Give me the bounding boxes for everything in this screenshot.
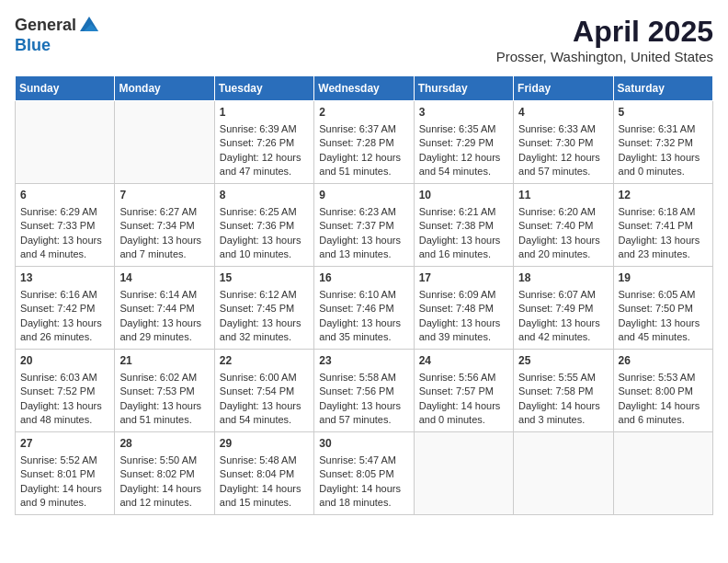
day-detail: Sunrise: 6:18 AM bbox=[619, 205, 708, 219]
calendar-cell-w5-d4: 30Sunrise: 5:47 AMSunset: 8:05 PMDayligh… bbox=[314, 432, 414, 515]
day-detail: Sunset: 8:01 PM bbox=[20, 467, 109, 481]
day-detail: Sunrise: 6:33 AM bbox=[518, 122, 608, 136]
day-detail: Daylight: 14 hours bbox=[518, 399, 608, 413]
day-detail: Daylight: 13 hours bbox=[220, 316, 309, 330]
col-header-sunday: Sunday bbox=[16, 76, 115, 101]
day-number: 7 bbox=[119, 188, 209, 203]
day-detail: and 13 minutes. bbox=[319, 247, 408, 261]
day-number: 28 bbox=[119, 436, 209, 452]
day-detail: Daylight: 13 hours bbox=[518, 234, 608, 247]
day-detail: Sunset: 7:52 PM bbox=[20, 385, 109, 398]
day-detail: Sunset: 7:53 PM bbox=[119, 385, 209, 398]
day-number: 21 bbox=[119, 353, 209, 369]
day-number: 25 bbox=[518, 353, 608, 369]
day-detail: Sunrise: 5:50 AM bbox=[119, 454, 209, 467]
calendar-cell-w2-d4: 9Sunrise: 6:23 AMSunset: 7:37 PMDaylight… bbox=[314, 184, 414, 267]
calendar-cell-w1-d6: 4Sunrise: 6:33 AMSunset: 7:30 PMDaylight… bbox=[514, 101, 613, 184]
day-detail: and 29 minutes. bbox=[119, 330, 209, 344]
logo: General Blue bbox=[15, 15, 100, 55]
col-header-wednesday: Wednesday bbox=[314, 76, 414, 101]
day-detail: Sunset: 7:49 PM bbox=[518, 302, 608, 316]
col-header-tuesday: Tuesday bbox=[214, 76, 313, 101]
day-detail: Sunrise: 6:14 AM bbox=[119, 288, 209, 302]
day-detail: Sunset: 7:46 PM bbox=[319, 302, 408, 316]
calendar-cell-w3-d6: 18Sunrise: 6:07 AMSunset: 7:49 PMDayligh… bbox=[514, 267, 613, 350]
day-detail: Daylight: 13 hours bbox=[20, 234, 109, 247]
day-number: 3 bbox=[419, 105, 508, 121]
calendar-cell-w4-d6: 25Sunrise: 5:55 AMSunset: 7:58 PMDayligh… bbox=[514, 350, 613, 432]
day-detail: Sunset: 7:26 PM bbox=[220, 136, 309, 150]
day-detail: Daylight: 12 hours bbox=[419, 151, 508, 165]
calendar-cell-w2-d1: 6Sunrise: 6:29 AMSunset: 7:33 PMDaylight… bbox=[16, 184, 115, 267]
day-number: 24 bbox=[419, 353, 508, 369]
day-detail: Sunrise: 6:25 AM bbox=[220, 205, 309, 219]
day-detail: and 15 minutes. bbox=[220, 496, 309, 510]
day-number: 13 bbox=[20, 270, 109, 286]
day-detail: Sunrise: 6:16 AM bbox=[20, 288, 109, 302]
day-number: 1 bbox=[220, 105, 309, 121]
day-detail: Sunset: 7:30 PM bbox=[518, 136, 608, 150]
day-detail: and 32 minutes. bbox=[220, 330, 309, 344]
day-number: 6 bbox=[20, 188, 109, 203]
day-detail: Sunrise: 6:35 AM bbox=[419, 122, 508, 136]
day-detail: Sunrise: 6:00 AM bbox=[220, 371, 309, 385]
day-detail: Sunset: 7:37 PM bbox=[319, 219, 408, 233]
day-detail: Sunrise: 6:09 AM bbox=[419, 288, 508, 302]
day-detail: Sunset: 7:57 PM bbox=[419, 385, 508, 398]
day-number: 29 bbox=[220, 436, 309, 452]
calendar-cell-w1-d2 bbox=[115, 101, 214, 184]
day-detail: Sunrise: 6:10 AM bbox=[319, 288, 408, 302]
day-detail: Daylight: 13 hours bbox=[220, 399, 309, 413]
calendar-cell-w3-d7: 19Sunrise: 6:05 AMSunset: 7:50 PMDayligh… bbox=[613, 267, 712, 350]
day-detail: Sunrise: 6:37 AM bbox=[319, 122, 408, 136]
day-detail: Daylight: 13 hours bbox=[319, 234, 408, 247]
day-detail: Sunset: 7:42 PM bbox=[20, 302, 109, 316]
calendar-cell-w2-d5: 10Sunrise: 6:21 AMSunset: 7:38 PMDayligh… bbox=[414, 184, 513, 267]
calendar-week-4: 20Sunrise: 6:03 AMSunset: 7:52 PMDayligh… bbox=[16, 350, 713, 432]
day-detail: and 4 minutes. bbox=[20, 247, 109, 261]
day-number: 27 bbox=[20, 436, 109, 452]
day-detail: and 12 minutes. bbox=[119, 496, 209, 510]
day-detail: Daylight: 13 hours bbox=[419, 234, 508, 247]
day-detail: Sunrise: 6:05 AM bbox=[619, 288, 708, 302]
calendar-cell-w3-d4: 16Sunrise: 6:10 AMSunset: 7:46 PMDayligh… bbox=[314, 267, 414, 350]
day-detail: Sunrise: 6:03 AM bbox=[20, 371, 109, 385]
day-detail: Daylight: 14 hours bbox=[119, 482, 209, 496]
day-detail: Sunrise: 6:20 AM bbox=[518, 205, 608, 219]
day-detail: and 9 minutes. bbox=[20, 496, 109, 510]
day-detail: Sunset: 7:56 PM bbox=[319, 385, 408, 398]
day-detail: Daylight: 13 hours bbox=[119, 316, 209, 330]
day-detail: and 57 minutes. bbox=[319, 413, 408, 427]
day-detail: Sunrise: 5:47 AM bbox=[319, 454, 408, 467]
calendar-cell-w4-d4: 23Sunrise: 5:58 AMSunset: 7:56 PMDayligh… bbox=[314, 350, 414, 432]
logo-blue-text: Blue bbox=[15, 36, 51, 54]
day-detail: Daylight: 12 hours bbox=[319, 151, 408, 165]
day-detail: Sunrise: 5:58 AM bbox=[319, 371, 408, 385]
day-detail: Sunset: 8:05 PM bbox=[319, 467, 408, 481]
calendar-cell-w4-d1: 20Sunrise: 6:03 AMSunset: 7:52 PMDayligh… bbox=[16, 350, 115, 432]
calendar-cell-w2-d7: 12Sunrise: 6:18 AMSunset: 7:41 PMDayligh… bbox=[613, 184, 712, 267]
day-detail: Daylight: 13 hours bbox=[319, 316, 408, 330]
calendar-cell-w3-d3: 15Sunrise: 6:12 AMSunset: 7:45 PMDayligh… bbox=[214, 267, 313, 350]
day-detail: Sunset: 7:44 PM bbox=[119, 302, 209, 316]
calendar-week-1: 1Sunrise: 6:39 AMSunset: 7:26 PMDaylight… bbox=[16, 101, 713, 184]
calendar-week-3: 13Sunrise: 6:16 AMSunset: 7:42 PMDayligh… bbox=[16, 267, 713, 350]
day-detail: Sunset: 7:41 PM bbox=[619, 219, 708, 233]
day-number: 12 bbox=[619, 188, 708, 203]
col-header-monday: Monday bbox=[115, 76, 214, 101]
day-detail: Sunset: 7:36 PM bbox=[220, 219, 309, 233]
day-detail: Daylight: 13 hours bbox=[619, 151, 708, 165]
day-detail: Sunset: 7:54 PM bbox=[220, 385, 309, 398]
calendar-cell-w3-d2: 14Sunrise: 6:14 AMSunset: 7:44 PMDayligh… bbox=[115, 267, 214, 350]
day-number: 19 bbox=[619, 270, 708, 286]
logo-general-text: General bbox=[15, 17, 76, 35]
day-number: 8 bbox=[220, 188, 309, 203]
day-detail: and 7 minutes. bbox=[119, 247, 209, 261]
day-detail: Sunrise: 6:12 AM bbox=[220, 288, 309, 302]
day-detail: Sunrise: 5:52 AM bbox=[20, 454, 109, 467]
day-detail: Daylight: 13 hours bbox=[20, 399, 109, 413]
day-detail: Daylight: 13 hours bbox=[220, 234, 309, 247]
day-detail: Daylight: 14 hours bbox=[220, 482, 309, 496]
day-detail: Daylight: 13 hours bbox=[20, 316, 109, 330]
day-detail: Sunset: 8:00 PM bbox=[619, 385, 708, 398]
